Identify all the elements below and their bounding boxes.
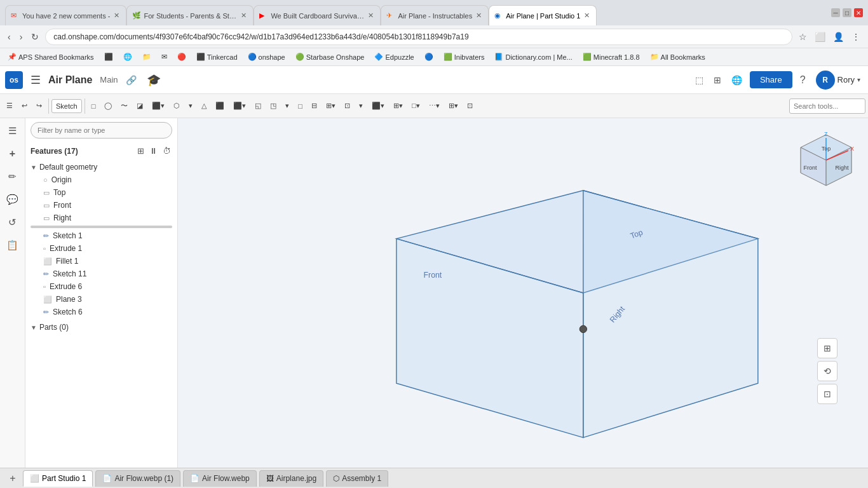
globe-button[interactable]: 🌐 (729, 72, 745, 88)
redo-button[interactable]: ↪ (32, 99, 46, 112)
tab-close-instructables[interactable]: ✕ (475, 10, 483, 21)
bookmark-item-3[interactable]: 📁 (140, 51, 154, 62)
feature-item-fillet1[interactable]: ⬜ Fillet 1 (25, 255, 177, 268)
shell-btn[interactable]: □ (294, 100, 306, 112)
feature-item-front[interactable]: ▭ Front (25, 199, 177, 212)
feature-item-extrude6[interactable]: ▫ Extrude 6 (25, 280, 177, 293)
bookmark-item-12[interactable]: 📘Dictionary.com | Me... (492, 51, 574, 62)
viewport[interactable]: Front Top Right Top Front (178, 118, 868, 468)
feature-item-sketch6[interactable]: ✏ Sketch 6 (25, 306, 177, 318)
feature-item-sketch1[interactable]: ✏ Sketch 1 (25, 229, 177, 242)
forward-button[interactable]: › (17, 29, 25, 44)
mirror-btn[interactable]: ⊡ (341, 99, 354, 112)
sidebar-history-btn[interactable]: ↺ (3, 212, 23, 233)
maximize-button[interactable]: □ (843, 8, 851, 17)
feature-filter-input[interactable] (31, 122, 172, 139)
bookmark-item-0[interactable]: 📌APS Shared Bookmarks (5, 51, 97, 62)
bookmark-item-13[interactable]: 🟩Minecraft 1.8.8 (580, 51, 642, 62)
formula-button[interactable]: ⬚ (693, 72, 706, 88)
fillet-btn[interactable]: ◱ (251, 99, 265, 112)
help-button[interactable]: ? (797, 72, 808, 88)
profile-button[interactable]: 👤 (831, 29, 846, 44)
sheet-metal-dropdown[interactable]: ⬛▾ (368, 99, 388, 112)
feature-pause-btn[interactable]: ⏸ (148, 145, 159, 157)
feature-item-right[interactable]: ▭ Right (25, 212, 177, 224)
browser-menu-button[interactable]: ⋮ (849, 29, 863, 44)
parts-group-header[interactable]: ▼ Parts (0) (25, 321, 177, 334)
boolean-dropdown[interactable]: ⬛▾ (229, 99, 250, 112)
bookmark-button[interactable]: ☆ (796, 29, 810, 44)
circle-btn[interactable]: ◯ (100, 99, 116, 112)
minimize-button[interactable]: ─ (831, 8, 840, 17)
custom-dropdown[interactable]: ⊞▾ (445, 99, 462, 112)
bottom-tab-assembly-1[interactable]: ⬡Assembly 1 (326, 470, 388, 487)
bookmark-item-7[interactable]: 🔵onshape (245, 51, 288, 62)
sidebar-comments-btn[interactable]: 💬 (3, 189, 23, 210)
assembly-dropdown[interactable]: ⊞▾ (322, 99, 339, 112)
bottom-tab-part-studio[interactable]: ⬜Part Studio 1 (23, 470, 93, 487)
feature-item-plane3[interactable]: ⬜ Plane 3 (25, 293, 177, 306)
undo-button[interactable]: ↩ (18, 99, 31, 112)
extrude-dropdown[interactable]: ⬛▾ (148, 99, 168, 112)
tab-close-gmail[interactable]: ✕ (112, 10, 121, 21)
bookmark-item-4[interactable]: ✉ (159, 51, 170, 62)
bottom-tab-air-flow-2[interactable]: 📄Air Flow.webp (183, 470, 257, 487)
sidebar-add-btn[interactable]: + (3, 144, 23, 164)
sketch-button[interactable]: Sketch (51, 99, 82, 113)
feature-item-extrude1[interactable]: ▫ Extrude 1 (25, 242, 177, 255)
bookmark-item-8[interactable]: 🟢Starbase Onshape (293, 51, 367, 62)
context-menu-button[interactable]: ☰ (3, 99, 17, 112)
graduation-icon[interactable]: 🎓 (147, 73, 161, 87)
hamburger-button[interactable]: ☰ (28, 71, 43, 90)
default-geometry-header[interactable]: ▼ Default geometry (25, 161, 177, 173)
tab-close-parents[interactable]: ✕ (240, 10, 248, 21)
pattern-dropdown[interactable]: ▾ (355, 99, 367, 112)
add-tab-button[interactable]: + (5, 471, 20, 486)
view-dropdown[interactable]: □▾ (408, 99, 424, 112)
feature-item-sketch11[interactable]: ✏ Sketch 11 (25, 268, 177, 280)
sweep-dropdown[interactable]: ▾ (185, 99, 196, 112)
share-button[interactable]: Share (750, 71, 792, 88)
new-sketch-btn[interactable]: □ (88, 100, 100, 112)
tab-close-onshape[interactable]: ✕ (583, 10, 591, 21)
browser-tab-onshape[interactable]: ◉ Air Plane | Part Studio 1 ✕ (489, 5, 597, 25)
browser-tab-youtube[interactable]: ▶ We Built Cardboard Survival... ✕ (254, 5, 381, 25)
bookmark-item-9[interactable]: 🔷Edpuzzle (372, 51, 416, 62)
mini-tool-btn-1[interactable]: ⊞ (817, 338, 837, 358)
fit-view-btn[interactable]: ⊡ (463, 99, 477, 112)
extensions-button[interactable]: ⬜ (812, 29, 828, 44)
bookmark-item-6[interactable]: ⬛Tinkercad (194, 51, 240, 62)
sidebar-sketch-btn[interactable]: ✏ (3, 166, 23, 187)
bookmark-item-1[interactable]: ⬛ (102, 51, 116, 62)
feature-item-origin[interactable]: ○ Origin (25, 173, 177, 186)
browser-tab-gmail[interactable]: ✉ You have 2 new comments - ✕ (5, 5, 126, 25)
loft-btn[interactable]: △ (198, 99, 210, 112)
revolve-btn[interactable]: ⬡ (170, 99, 184, 112)
cube-navigator[interactable]: Top Front Right X Z (794, 128, 858, 192)
sidebar-context-menu[interactable]: ☰ (3, 121, 23, 141)
extrude-btn2[interactable]: ⬛ (212, 99, 228, 112)
link-icon[interactable]: 🔗 (126, 75, 137, 85)
sidebar-parts-btn[interactable]: 📋 (3, 235, 23, 255)
search-tools-input[interactable] (789, 98, 865, 114)
bookmark-item-14[interactable]: 📁All Bookmarks (648, 51, 708, 62)
tab-close-youtube[interactable]: ✕ (367, 10, 375, 21)
browser-tab-parents[interactable]: 🌿 For Students - Parents & Stu... ✕ (126, 5, 254, 25)
bottom-tab-airplane-jpg[interactable]: 🖼Airplane.jpg (259, 470, 323, 487)
grid-button[interactable]: ⊞ (711, 72, 724, 88)
split-btn[interactable]: ⊟ (308, 99, 321, 112)
back-button[interactable]: ‹ (5, 29, 13, 44)
user-dropdown-button[interactable]: R Rory ▾ (813, 68, 863, 92)
feature-item-top[interactable]: ▭ Top (25, 186, 177, 199)
feature-clock-btn[interactable]: ⏱ (161, 145, 172, 157)
address-input[interactable] (45, 29, 792, 45)
feature-grid-btn[interactable]: ⊞ (136, 145, 146, 157)
measure-dropdown[interactable]: ⊞▾ (390, 99, 407, 112)
more-dropdown[interactable]: ⋯▾ (425, 99, 444, 112)
bookmark-item-11[interactable]: 🟩Inibvaters (441, 51, 487, 62)
chamfer-btn[interactable]: ◳ (266, 99, 280, 112)
refresh-button[interactable]: ↻ (29, 29, 41, 44)
draft-dropdown[interactable]: ▾ (281, 99, 293, 112)
bottom-tab-air-flow-1[interactable]: 📄Air Flow.webp (1) (95, 470, 180, 487)
bookmark-item-5[interactable]: 🔴 (175, 51, 189, 62)
